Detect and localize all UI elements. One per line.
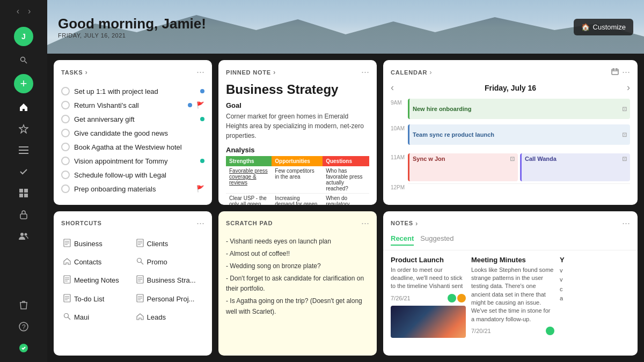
nav-back-button[interactable]: ‹ [14, 4, 21, 18]
customize-icon: 🏠 [581, 23, 590, 31]
event-sync-jon[interactable]: Sync w Jon ⊡ [408, 153, 518, 181]
table-header-strengths: Strengths [226, 156, 272, 166]
users-icon[interactable] [13, 226, 34, 246]
note-item-partial[interactable]: Y vvca [560, 256, 619, 338]
search-icon[interactable] [13, 50, 34, 70]
shortcuts-menu-button[interactable]: ··· [196, 218, 204, 229]
time-label-9am: 9AM [391, 99, 408, 106]
tasks-menu-button[interactable]: ··· [196, 67, 204, 78]
shortcut-meeting-notes[interactable]: Meeting Notes [61, 272, 132, 289]
nav-forward-button[interactable]: › [26, 4, 33, 18]
scratch-item: - Is Agatha going on the trip? (Doesn't … [226, 295, 369, 317]
calendar-arrow-icon[interactable]: › [429, 68, 431, 76]
note-item-meeting-minutes[interactable]: Meeting Minutes Looks like Stephen found… [471, 256, 554, 338]
event-new-hire[interactable]: New hire onboarding ⊡ [408, 99, 630, 119]
shortcut-personal-projects[interactable]: Personal Proj... [134, 291, 205, 307]
svg-point-0 [21, 57, 25, 62]
task-priority-dot [200, 117, 204, 121]
shortcut-home-icon [63, 257, 71, 267]
flag-icon: 🚩 [196, 101, 204, 109]
scratch-pad-title: SCRATCH PAD [226, 220, 273, 226]
trash-icon[interactable] [13, 295, 34, 315]
svg-text:?: ? [22, 323, 26, 331]
svg-line-1 [25, 61, 27, 63]
event-team-sync[interactable]: Team sync re product launch ⊡ [408, 124, 630, 145]
grid-icon[interactable] [13, 183, 34, 203]
task-item: Vision appointment for Tommy [61, 154, 204, 168]
note-item-meta: 7/20/21 [471, 327, 554, 335]
shortcut-maui[interactable]: Maui [61, 309, 132, 325]
customize-button[interactable]: 🏠 Customize [574, 19, 633, 35]
shortcut-contacts[interactable]: Contacts [61, 254, 132, 270]
event-call-wanda[interactable]: Call Wanda ⊡ [520, 153, 630, 181]
content-row-2: SHORTCUTS ··· Business Clients [47, 211, 644, 363]
table-header-opportunities: Opportunities [272, 156, 323, 166]
app-icon[interactable] [13, 338, 34, 358]
calendar-menu-button[interactable]: ··· [622, 67, 630, 78]
tasks-arrow-icon[interactable]: › [85, 68, 87, 76]
pinned-note-header: PINNED NOTE › ··· [218, 60, 377, 82]
notes-arrow-icon[interactable]: › [415, 219, 418, 227]
scratch-pad-menu-button[interactable]: ··· [361, 218, 369, 229]
check-icon[interactable] [13, 162, 34, 181]
help-icon[interactable]: ? [13, 317, 34, 336]
shortcut-business-strategy[interactable]: Business Stra... [134, 272, 205, 289]
task-radio[interactable] [61, 115, 70, 123]
task-radio[interactable] [61, 87, 70, 95]
event-title: Call Wanda [525, 156, 557, 162]
task-list: Set up 1:1 with project lead Return Vish… [54, 82, 212, 202]
notes-menu-button[interactable]: ··· [622, 218, 630, 229]
note-item-product-launch[interactable]: Product Launch In order to meet our dead… [391, 256, 466, 338]
task-radio[interactable] [61, 101, 70, 109]
svg-rect-3 [19, 146, 28, 147]
shortcut-promo[interactable]: Promo [134, 254, 205, 270]
task-priority-dot [200, 89, 204, 93]
pinned-note-content: Business Strategy Goal Corner market for… [218, 82, 377, 205]
add-button[interactable]: + [14, 74, 33, 93]
task-text: Get anniversary gift [74, 115, 196, 123]
shortcut-business[interactable]: Business [61, 235, 132, 252]
tab-recent[interactable]: Recent [391, 234, 414, 246]
tab-suggested[interactable]: Suggested [420, 234, 453, 246]
note-avatar [448, 294, 456, 302]
shortcut-doc-icon [63, 275, 71, 285]
task-radio[interactable] [61, 171, 70, 179]
lock-icon[interactable] [13, 205, 34, 224]
scratch-pad-content[interactable]: - Vishanti needs eyes on launch plan - A… [218, 233, 377, 356]
shortcut-leads[interactable]: Leads [134, 309, 205, 325]
home-icon[interactable] [13, 98, 34, 117]
table-cell: Clear USP - the only all green realtor [226, 194, 272, 205]
note-item-date: 7/20/21 [471, 328, 491, 334]
shortcut-label: Business Stra... [147, 276, 196, 284]
shortcut-label: Business [74, 240, 103, 248]
task-radio[interactable] [61, 143, 70, 151]
pinned-note-menu-button[interactable]: ··· [361, 67, 369, 78]
task-text: Return Vishanti's call [74, 101, 184, 109]
header: Good morning, Jamie! FRIDAY, JULY 16, 20… [47, 0, 644, 54]
task-radio[interactable] [61, 157, 70, 165]
note-analysis-table: Strengths Opportunities Questions Favora… [226, 156, 369, 205]
list-icon[interactable] [13, 141, 34, 160]
notes-card: NOTES › ··· Recent Suggested Product Lau… [383, 211, 638, 356]
avatar[interactable]: J [14, 27, 33, 46]
shortcut-clients[interactable]: Clients [134, 235, 205, 252]
task-text: Book Agatha at the Westview hotel [74, 143, 204, 151]
task-radio[interactable] [61, 129, 70, 137]
table-cell: Increasing demand for green homes [272, 194, 323, 205]
pinned-note-arrow-icon[interactable]: › [273, 68, 276, 76]
svg-rect-7 [24, 189, 28, 193]
event-title: Sync w Jon [413, 156, 445, 162]
calendar-prev-button[interactable]: ‹ [391, 82, 394, 93]
calendar-share-button[interactable] [611, 68, 619, 77]
task-text: Vision appointment for Tommy [74, 157, 196, 165]
svg-rect-16 [612, 69, 618, 75]
event-icon: ⊡ [510, 156, 515, 162]
task-item: Give candidate the good news [61, 126, 204, 140]
time-row-9am: 9AM New hire onboarding ⊡ [391, 99, 630, 122]
note-goal-label: Goal [226, 101, 369, 109]
task-priority-dot [188, 103, 192, 107]
shortcut-todo-list[interactable]: To-do List [61, 291, 132, 307]
star-icon[interactable] [13, 119, 34, 138]
task-radio[interactable] [61, 184, 70, 193]
calendar-next-button[interactable]: › [627, 82, 630, 93]
